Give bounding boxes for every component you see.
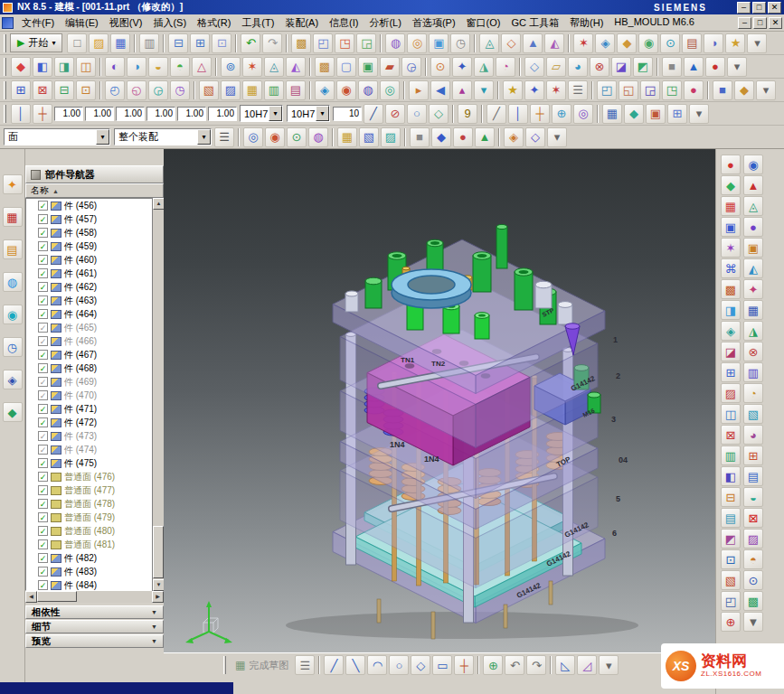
standard-toolbar-icon[interactable]: ◑ <box>704 33 723 53</box>
mold-assembly-3d-view[interactable]: TN1 TN2 1N4 1N4 STP TOP M16 G14142 G1414… <box>164 149 715 652</box>
right-panel-icon[interactable]: ◨ <box>721 300 741 320</box>
operation-toolbar-icon[interactable]: ◱ <box>619 80 638 100</box>
standard-toolbar-icon[interactable]: □ <box>67 33 87 53</box>
visibility-checkbox[interactable]: ✓ <box>38 512 48 522</box>
toolbar-grip[interactable] <box>4 58 6 76</box>
operation-toolbar-icon[interactable]: ▦ <box>242 80 262 100</box>
right-panel-icon[interactable]: ⊗ <box>743 342 763 361</box>
menu-item[interactable]: 分析(L) <box>364 14 406 32</box>
visibility-checkbox[interactable]: ✓ <box>38 404 48 414</box>
operation-toolbar-icon[interactable]: ◎ <box>380 80 400 100</box>
feature-toolbar-icon[interactable]: ◶ <box>401 57 421 77</box>
operation-toolbar-icon[interactable]: ◷ <box>170 80 190 100</box>
selection-toolbar-icon[interactable]: ▲ <box>475 127 495 147</box>
menu-item[interactable]: 工具(T) <box>236 14 279 32</box>
operation-toolbar-icon[interactable]: ● <box>684 80 704 100</box>
standard-toolbar-icon[interactable]: ↷ <box>262 33 282 53</box>
chevron-down-icon[interactable]: ▾ <box>96 129 109 145</box>
selection-toolbar-icon[interactable]: ◈ <box>504 127 524 147</box>
tolerance-combo[interactable]: 10H7▾ <box>287 105 330 122</box>
standard-toolbar-icon[interactable]: ◎ <box>407 33 427 53</box>
right-panel-icon[interactable]: ▦ <box>743 300 763 320</box>
operation-toolbar-icon[interactable]: ◵ <box>127 80 146 100</box>
resource-bar-icon[interactable]: ✦ <box>3 174 23 194</box>
visibility-checkbox[interactable]: ✓ <box>38 445 48 455</box>
dimension-toolbar-icon[interactable]: ╱ <box>364 104 383 124</box>
navigator-item[interactable]: ✓件 (465) <box>26 321 163 334</box>
selection-toolbar-icon[interactable]: ◎ <box>243 127 263 147</box>
navigator-item[interactable]: ✓件 (458) <box>26 226 163 239</box>
navigator-section-bar[interactable]: 细节▼ <box>25 620 164 633</box>
navigator-item[interactable]: ✓件 (459) <box>26 239 163 253</box>
operation-toolbar-icon[interactable]: ✦ <box>524 80 544 100</box>
selection-toolbar-icon[interactable]: ▦ <box>337 127 357 147</box>
operation-toolbar-icon[interactable]: ◀ <box>430 80 450 100</box>
sketch-toolbar-icon[interactable]: ◠ <box>367 655 387 675</box>
type-filter-combo[interactable]: 面 ▾ <box>4 128 110 145</box>
navigator-item[interactable]: ✓件 (469) <box>26 375 163 389</box>
operation-toolbar-icon[interactable]: ✶ <box>546 80 566 100</box>
right-panel-icon[interactable]: ▣ <box>743 238 763 258</box>
navigator-section-bar[interactable]: 预览▼ <box>25 634 164 648</box>
operation-toolbar-icon[interactable]: ☰ <box>568 80 588 100</box>
visibility-checkbox[interactable]: ✓ <box>38 241 48 251</box>
standard-toolbar-icon[interactable]: ◰ <box>313 33 333 53</box>
navigator-item[interactable]: ✓件 (471) <box>26 402 163 416</box>
feature-toolbar-icon[interactable]: ◧ <box>33 57 52 77</box>
dimension-toolbar-icon[interactable]: ▣ <box>646 104 666 124</box>
right-panel-icon[interactable]: ▧ <box>721 570 741 590</box>
dimension-field[interactable] <box>177 107 206 121</box>
standard-toolbar-icon[interactable]: ▲ <box>523 33 543 53</box>
right-panel-icon[interactable]: ◉ <box>743 155 763 174</box>
selection-toolbar-icon[interactable]: ☰ <box>214 127 234 147</box>
feature-toolbar-icon[interactable]: ⊚ <box>221 57 241 77</box>
operation-toolbar-icon[interactable]: ■ <box>713 80 732 100</box>
feature-toolbar-icon[interactable]: ◐ <box>105 57 125 77</box>
selection-toolbar-icon[interactable]: ▧ <box>359 127 379 147</box>
right-panel-icon[interactable]: ◓ <box>743 549 763 569</box>
dimension-field[interactable] <box>85 107 114 121</box>
menu-item[interactable]: 插入(S) <box>147 14 192 32</box>
resource-bar-icon[interactable]: ◷ <box>3 337 23 357</box>
menu-item[interactable]: 首选项(P) <box>407 14 461 32</box>
standard-toolbar-icon[interactable]: ▨ <box>89 33 109 53</box>
scroll-right-button[interactable]: ▶ <box>152 591 164 603</box>
selection-toolbar-icon[interactable]: ◇ <box>525 127 545 147</box>
right-panel-icon[interactable]: ⊕ <box>721 612 741 632</box>
right-panel-icon[interactable]: ◮ <box>743 321 763 341</box>
operation-toolbar-icon[interactable]: ◶ <box>148 80 168 100</box>
right-panel-icon[interactable]: ▦ <box>721 196 741 216</box>
visibility-checkbox[interactable]: ✓ <box>38 282 48 292</box>
standard-toolbar-icon[interactable]: ◭ <box>544 33 564 53</box>
visibility-checkbox[interactable]: ✓ <box>38 485 48 495</box>
visibility-checkbox[interactable]: ✓ <box>38 309 48 319</box>
toolbar-grip[interactable] <box>4 81 6 99</box>
visibility-checkbox[interactable]: ✓ <box>38 499 48 509</box>
navigator-item[interactable]: ✓普通面 (477) <box>26 483 163 497</box>
right-panel-icon[interactable]: ◧ <box>721 466 741 486</box>
navigator-item[interactable]: ✓件 (482) <box>26 551 163 565</box>
operation-toolbar-icon[interactable]: ◈ <box>315 80 335 100</box>
operation-toolbar-icon[interactable]: ◆ <box>734 80 754 100</box>
visibility-checkbox[interactable]: ✓ <box>38 390 48 400</box>
scroll-track[interactable] <box>77 591 152 603</box>
feature-toolbar-icon[interactable]: ◓ <box>170 57 190 77</box>
feature-toolbar-icon[interactable]: ✦ <box>452 57 472 77</box>
navigator-item[interactable]: ✓件 (475) <box>26 456 163 470</box>
dimension-toolbar-icon[interactable]: ▦ <box>602 104 622 124</box>
navigator-item[interactable]: ✓件 (484) <box>26 578 163 591</box>
right-panel-icon[interactable]: ⊙ <box>743 570 763 590</box>
menu-item[interactable]: 编辑(E) <box>60 14 104 32</box>
navigator-item[interactable]: ✓件 (457) <box>26 212 163 226</box>
standard-toolbar-icon[interactable]: ⊡ <box>212 33 231 53</box>
standard-toolbar-icon[interactable]: ★ <box>725 33 745 53</box>
dimension-field[interactable] <box>208 107 237 121</box>
dimension-toolbar-icon[interactable]: ⊕ <box>552 104 571 124</box>
selection-toolbar-icon[interactable]: ◆ <box>431 127 451 147</box>
dimension-toolbar-icon[interactable]: ○ <box>407 104 427 124</box>
sketch-toolbar-icon[interactable]: ○ <box>389 655 409 675</box>
visibility-checkbox[interactable]: ✓ <box>38 580 48 590</box>
finish-sketch-button[interactable]: ▦ 完成草图 <box>230 659 294 672</box>
feature-toolbar-icon[interactable]: ▱ <box>546 57 566 77</box>
dimension-field[interactable] <box>333 107 362 121</box>
